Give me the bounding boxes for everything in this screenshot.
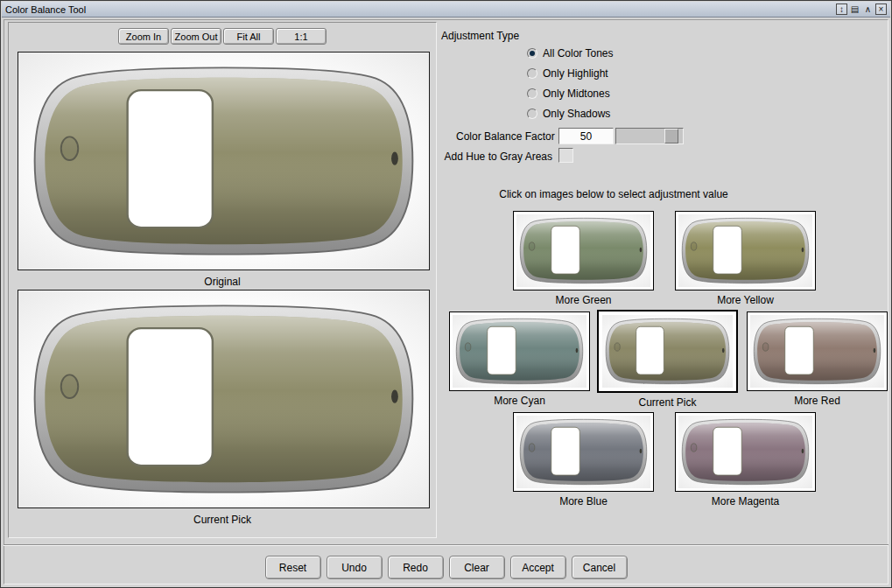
titlebar-icons: ↕ ▤ ∧ ×	[836, 4, 887, 15]
radio-icon[interactable]	[527, 48, 537, 59]
current-pick-label: Current Pick	[9, 514, 436, 526]
thumbnail-more-red[interactable]: More Red	[747, 312, 888, 407]
zoom-in-button[interactable]: Zoom In	[118, 28, 169, 45]
radio-icon[interactable]	[527, 88, 537, 99]
thumbnail-more-yellow[interactable]: More Yellow	[675, 211, 816, 306]
original-label: Original	[9, 276, 436, 288]
thumbnail-frame[interactable]	[449, 312, 590, 391]
slider-handle[interactable]	[664, 129, 678, 144]
hue-gray-checkbox[interactable]	[558, 148, 573, 163]
radio-icon[interactable]	[527, 68, 537, 79]
thumbnail-frame[interactable]	[675, 211, 816, 290]
preview-panel: Zoom In Zoom Out Fit All 1:1 Original Cu…	[8, 22, 437, 538]
zoom-out-button[interactable]: Zoom Out	[171, 28, 221, 45]
accept-button[interactable]: Accept	[510, 556, 566, 579]
thumbnail-label: More Yellow	[675, 294, 816, 306]
phone-image	[453, 315, 586, 388]
current-pick-image	[18, 290, 430, 508]
fit-all-button[interactable]: Fit All	[223, 28, 274, 45]
radio-label: Only Midtones	[543, 88, 610, 100]
radio-icon[interactable]	[527, 108, 537, 119]
radio-label: Only Shadows	[543, 108, 610, 120]
radio-label: Only Highlight	[543, 67, 608, 80]
button-bar-separator	[4, 544, 888, 546]
phone-image	[750, 315, 884, 388]
cancel-button[interactable]: Cancel	[572, 556, 628, 579]
resize-icon[interactable]: ↕	[836, 4, 847, 15]
thumbnail-label: More Blue	[513, 495, 654, 508]
radio-all-color-tones[interactable]: All Color Tones	[527, 47, 613, 60]
thumbnail-more-green[interactable]: More Green	[513, 211, 654, 306]
thumbnail-label: More Green	[513, 294, 654, 306]
phone-image	[602, 315, 733, 388]
phone-image	[678, 214, 812, 287]
radio-label: All Color Tones	[543, 47, 613, 60]
menu-icon[interactable]: ▤	[849, 4, 860, 15]
shade-icon[interactable]: ∧	[862, 4, 874, 15]
original-image	[18, 52, 430, 270]
adjustment-type-label: Adjustment Type	[441, 30, 519, 42]
phone-image	[516, 214, 650, 287]
thumbnail-frame[interactable]	[513, 211, 654, 290]
one-to-one-button[interactable]: 1:1	[276, 28, 327, 45]
redo-button[interactable]: Redo	[388, 556, 444, 579]
thumbnail-more-blue[interactable]: More Blue	[513, 412, 654, 508]
close-icon[interactable]: ×	[875, 4, 887, 15]
thumbnail-current-pick[interactable]: Current Pick	[597, 310, 738, 409]
phone-image	[678, 416, 812, 488]
phone-image	[516, 416, 650, 488]
thumbnail-label: More Red	[747, 395, 888, 407]
phone-image	[24, 295, 424, 503]
thumbnail-frame[interactable]	[675, 412, 816, 492]
undo-button[interactable]: Undo	[327, 556, 383, 579]
window-title: Color Balance Tool	[5, 4, 836, 15]
picker-instruction: Click on images below to select adjustme…	[395, 188, 832, 200]
radio-only-highlight[interactable]: Only Highlight	[527, 67, 608, 80]
radio-only-midtones[interactable]: Only Midtones	[527, 88, 610, 100]
thumbnail-label: Current Pick	[597, 396, 738, 409]
thumbnail-frame[interactable]	[747, 312, 888, 391]
action-button-bar: Reset Undo Redo Clear Accept Cancel	[1, 556, 891, 579]
color-balance-factor-field[interactable]	[558, 128, 614, 144]
titlebar[interactable]: Color Balance Tool ↕ ▤ ∧ ×	[2, 2, 890, 18]
thumbnail-more-magenta[interactable]: More Magenta	[675, 412, 816, 508]
color-balance-factor-label: Color Balance Factor	[456, 130, 552, 143]
factor-slider[interactable]	[615, 128, 684, 144]
thumbnail-label: More Cyan	[449, 395, 590, 407]
hue-gray-label: Add Hue to Gray Areas	[443, 150, 552, 163]
thumbnail-label: More Magenta	[675, 495, 816, 508]
radio-only-shadows[interactable]: Only Shadows	[527, 108, 610, 120]
thumbnail-frame[interactable]	[597, 310, 738, 393]
zoom-toolbar: Zoom In Zoom Out Fit All 1:1	[9, 28, 436, 45]
color-balance-tool-window: Color Balance Tool ↕ ▤ ∧ × Zoom In Zoom …	[0, 0, 892, 588]
thumbnail-frame[interactable]	[513, 412, 654, 492]
reset-button[interactable]: Reset	[265, 556, 321, 579]
phone-image	[24, 57, 424, 265]
thumbnail-more-cyan[interactable]: More Cyan	[449, 312, 590, 407]
clear-button[interactable]: Clear	[449, 556, 505, 579]
